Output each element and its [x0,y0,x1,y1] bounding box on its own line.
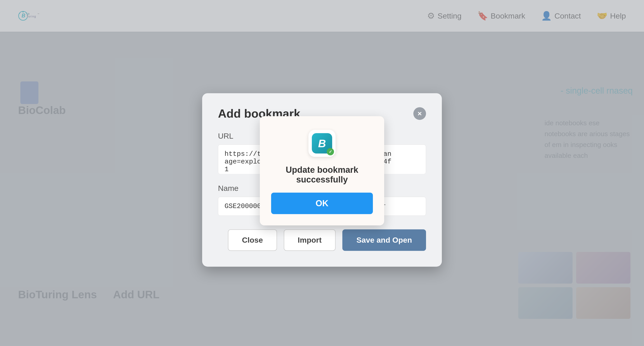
import-button[interactable]: Import [284,229,336,251]
save-and-open-button[interactable]: Save and Open [342,229,426,251]
success-icon: ✓ [312,133,332,154]
ok-button[interactable]: OK [271,193,373,214]
checkmark-icon: ✓ [327,148,334,155]
success-icon-wrap: ✓ [308,130,336,157]
dialog-footer: Close Import Save and Open [218,229,426,251]
close-button[interactable]: Close [228,229,277,251]
success-message: Update bookmark successfully [271,165,373,184]
success-modal: ✓ Update bookmark successfully OK [260,116,384,226]
dialog-close-button[interactable]: × [413,107,426,120]
